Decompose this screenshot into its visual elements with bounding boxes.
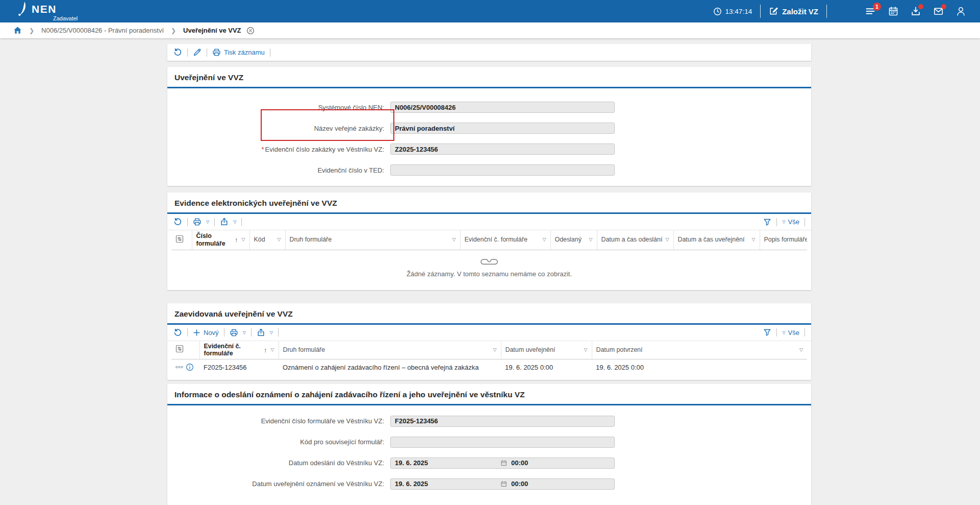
header-right: 13:47:14 Založit VZ 1 xyxy=(713,5,966,18)
column-header-datum-cas-odeslani[interactable]: Datum a čas odeslání▽ xyxy=(597,230,673,250)
printer-icon xyxy=(230,328,238,337)
dropdown-triangle-icon: ▽ xyxy=(233,220,236,224)
dropdown-triangle-icon: ▽ xyxy=(782,220,785,224)
info-icon[interactable] xyxy=(186,363,194,371)
date-value: 19. 6. 2025 xyxy=(395,459,500,467)
column-header-evidencni-c-formulare[interactable]: Evidenční č. formuláře▽ xyxy=(460,230,550,250)
cell-date-confirmed: 19. 6. 2025 0:00 xyxy=(592,359,807,375)
menu-button[interactable]: 1 xyxy=(865,6,876,16)
downloads-notification-dot xyxy=(918,4,923,9)
filter-triangle-icon[interactable]: ▽ xyxy=(582,347,588,353)
breadcrumb-item-procurement[interactable]: N006/25/V00008426 - Právní poradenství xyxy=(41,27,164,34)
column-header-cislo-formulare[interactable]: Číslo formuláře↑▽ xyxy=(192,230,249,250)
calendar-button[interactable] xyxy=(888,6,898,16)
field-label: Název veřejné zakázky: xyxy=(167,125,390,132)
registered-filter-controls: ▽ Vše xyxy=(763,328,805,336)
column-header-popis-formulare[interactable]: Popis formuláře xyxy=(760,230,807,250)
brand-text: NEN Zadavatel xyxy=(32,4,78,21)
calendar-icon[interactable] xyxy=(500,460,508,467)
column-settings-button[interactable] xyxy=(171,230,192,250)
toolbar-separator xyxy=(241,218,242,226)
form-row: Evidenční číslo v TED: xyxy=(167,164,811,176)
date-published-input[interactable]: 19. 6. 2025 00:00 xyxy=(390,478,615,490)
filter-triangle-icon[interactable]: ▽ xyxy=(587,237,593,243)
filter-triangle-icon[interactable]: ▽ xyxy=(797,347,803,353)
system-number-nen-input[interactable]: N006/25/V00008426 xyxy=(390,102,615,113)
header-divider xyxy=(760,5,761,18)
profile-button[interactable] xyxy=(956,6,966,16)
field-label: Datum odeslání do Věstníku VZ: xyxy=(167,459,390,467)
column-header-datum-potvrzeni[interactable]: Datum potvrzení▽ xyxy=(592,341,807,359)
create-vz-button[interactable]: Založit VZ xyxy=(769,7,818,16)
print-record-button[interactable]: Tisk záznamu xyxy=(212,48,265,57)
section-title: Uveřejnění ve VVZ xyxy=(167,67,811,88)
filter-triangle-icon[interactable]: ▽ xyxy=(275,237,281,243)
column-header-odeslany[interactable]: Odeslaný▽ xyxy=(550,230,597,250)
refresh-button[interactable] xyxy=(173,218,182,226)
time-value: 00:00 xyxy=(511,459,528,467)
server-clock: 13:47:14 xyxy=(713,7,752,16)
filter-all-button[interactable]: ▽ Vše xyxy=(782,218,799,226)
table-row[interactable]: F2025-123456 Oznámení o zahájení zadávac… xyxy=(171,359,807,375)
date-sent-input[interactable]: 19. 6. 2025 00:00 xyxy=(390,458,615,469)
column-header-kod[interactable]: Kód▽ xyxy=(249,230,285,250)
print-menu-button[interactable]: ▽ xyxy=(193,218,209,226)
toolbar-separator xyxy=(278,328,279,336)
related-form-code-input[interactable] xyxy=(390,437,615,448)
export-menu-button[interactable]: ▽ xyxy=(220,218,236,226)
toolbar-separator xyxy=(214,218,215,226)
messages-notification-dot xyxy=(941,4,946,9)
calendar-icon xyxy=(888,6,898,16)
vvz-form-number-input[interactable]: F2025-123456 xyxy=(390,416,615,427)
toolbar-separator xyxy=(805,328,805,336)
vvz-registry-number-input[interactable]: Z2025-123456 xyxy=(390,143,615,155)
ted-number-input[interactable] xyxy=(390,164,615,176)
registered-header-row: Evidenční č. formuláře↑▽ Druh formuláře▽… xyxy=(171,341,807,359)
nen-logo[interactable]: NEN Zadavatel xyxy=(17,1,78,21)
refresh-button[interactable] xyxy=(173,48,182,57)
filter-triangle-icon[interactable]: ▽ xyxy=(240,237,245,243)
column-header-evidencni-c-formulare[interactable]: Evidenční č. formuláře↑▽ xyxy=(199,341,279,359)
filter-triangle-icon[interactable]: ▽ xyxy=(664,237,669,243)
field-label: Evidenční číslo v TED: xyxy=(167,166,390,174)
print-menu-button[interactable]: ▽ xyxy=(230,328,246,337)
filter-triangle-icon[interactable]: ▽ xyxy=(750,237,756,243)
refresh-button[interactable] xyxy=(173,328,182,337)
record-toolbar: Tisk záznamu xyxy=(167,44,811,61)
column-header-datum-uverejneni[interactable]: Datum uveřejnění▽ xyxy=(501,341,592,359)
filter-triangle-icon[interactable]: ▽ xyxy=(491,347,497,353)
chevron-right-icon: ❯ xyxy=(29,27,34,34)
toolbar-separator xyxy=(187,328,188,336)
cell-form-number: F2025-123456 xyxy=(199,359,279,375)
home-button[interactable] xyxy=(13,26,22,35)
filter-button[interactable] xyxy=(763,218,771,226)
messages-button[interactable] xyxy=(933,6,944,16)
column-header-druh-formulare[interactable]: Druh formuláře▽ xyxy=(279,341,501,359)
close-tab-button[interactable] xyxy=(246,27,255,35)
calendar-icon[interactable] xyxy=(500,480,508,488)
column-header-datum-cas-uverejneni[interactable]: Datum a čas uveřejnění▽ xyxy=(673,230,760,250)
filter-triangle-icon[interactable]: ▽ xyxy=(269,347,274,353)
filter-button[interactable] xyxy=(763,328,771,336)
column-settings-button[interactable] xyxy=(171,341,199,359)
filter-triangle-icon[interactable]: ▽ xyxy=(450,237,456,243)
header-divider xyxy=(826,5,827,18)
pencil-icon xyxy=(193,48,202,57)
downloads-button[interactable] xyxy=(911,6,921,16)
filter-triangle-icon[interactable]: ▽ xyxy=(541,237,546,243)
form-row: Název veřejné zakázky: Právní poradenstv… xyxy=(167,123,811,134)
row-menu-icon[interactable] xyxy=(175,365,183,370)
filter-all-button[interactable]: ▽ Vše xyxy=(782,329,799,336)
registered-toolbar: Nový ▽ ▽ xyxy=(167,325,811,341)
contract-name-input[interactable]: Právní poradenství xyxy=(390,123,615,134)
breadcrumb-item-current[interactable]: Uveřejnění ve VVZ xyxy=(183,27,241,34)
person-icon xyxy=(956,6,966,16)
toolbar-separator xyxy=(187,218,188,226)
new-record-button[interactable]: Nový xyxy=(193,329,219,336)
edit-button[interactable] xyxy=(193,48,202,57)
column-header-druh-formulare[interactable]: Druh formuláře▽ xyxy=(285,230,460,250)
export-menu-button[interactable]: ▽ xyxy=(257,328,273,337)
form-row: Kód pro související formulář: xyxy=(167,437,811,448)
dropdown-triangle-icon: ▽ xyxy=(270,330,273,335)
clock-time: 13:47:14 xyxy=(725,8,752,15)
